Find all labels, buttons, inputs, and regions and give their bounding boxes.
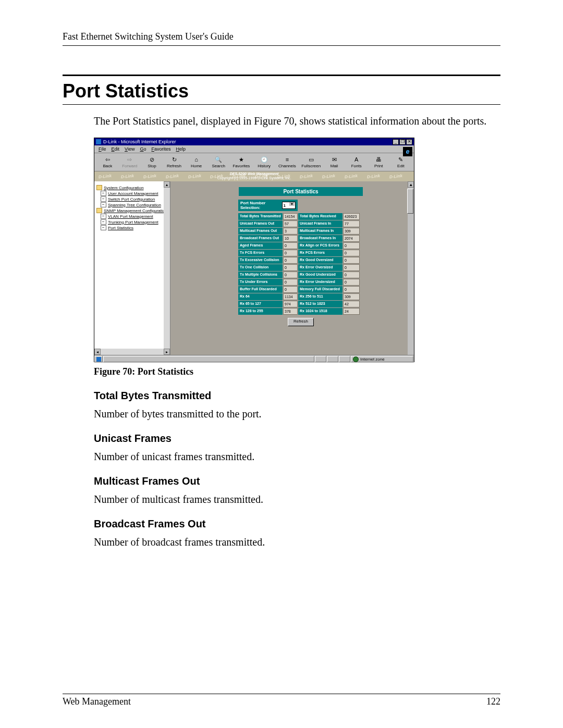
tool-label: Back — [103, 164, 112, 168]
tree-link[interactable]: Switch Port Configuration — [108, 197, 155, 202]
tree-link[interactable]: Spanning Tree Configuration — [108, 203, 161, 207]
scroll-right-button[interactable]: ▸ — [164, 349, 170, 355]
port-number-select[interactable]: 1 — [282, 202, 296, 209]
rule-thick — [63, 75, 500, 76]
tool-mail[interactable]: ✉Mail — [326, 156, 342, 168]
stat-value: 57 — [283, 220, 298, 227]
tree-link[interactable]: System Configuration — [104, 186, 143, 190]
stat-label: Rx Error Oversized — [298, 264, 342, 271]
menu-file[interactable]: File — [99, 146, 106, 152]
scroll-left-button[interactable]: ◂ — [94, 349, 101, 355]
menu-favorites[interactable]: Favorites — [151, 146, 170, 152]
main-scroll-thumb[interactable] — [407, 189, 413, 214]
page-icon — [101, 202, 106, 207]
term-heading: Unicast Frames — [94, 433, 500, 445]
tool-fullscreen[interactable]: ▭Fullscreen — [302, 156, 320, 168]
stat-value: 0 — [283, 272, 298, 278]
tool-label: Edit — [397, 164, 405, 168]
running-head: Fast Ethernet Switching System User's Gu… — [63, 31, 500, 46]
menu-help[interactable]: Help — [176, 146, 186, 152]
tree-item[interactable]: VLAN Port Management — [101, 214, 168, 219]
stat-value: 0 — [343, 264, 360, 271]
close-button[interactable]: ✕ — [406, 139, 412, 145]
footer-rule — [63, 694, 500, 694]
tool-label: Favorites — [232, 164, 250, 168]
term-description: Number of multicast frames transmitted. — [94, 492, 500, 507]
tool-label: Stop — [148, 164, 156, 168]
folder-icon — [96, 185, 102, 190]
tool-back[interactable]: ⇦Back — [100, 156, 116, 168]
term-heading: Multicast Frames Out — [94, 475, 500, 487]
term-heading: Broadcast Frames Out — [94, 518, 500, 530]
section-title: Port Statistics — [63, 80, 500, 102]
stat-label: Unicast Frames Out — [238, 220, 283, 227]
mail-icon: ✉ — [331, 156, 338, 163]
tree-item[interactable]: User Account Management — [101, 191, 168, 196]
vscroll-track[interactable] — [164, 188, 170, 349]
stat-label: Broadcast Frames In — [298, 235, 342, 242]
stat-value: 426023 — [343, 213, 360, 220]
refresh-button[interactable]: Refresh — [288, 318, 314, 326]
stat-value: 0 — [283, 264, 298, 271]
globe-icon — [353, 356, 359, 362]
brand-watermark: D-Link — [143, 174, 156, 180]
tool-label: Search — [212, 164, 225, 168]
tree-link[interactable]: VLAN Port Management — [108, 214, 153, 219]
stat-value: 0 — [343, 279, 360, 286]
menu-view[interactable]: View — [125, 146, 134, 152]
tree-item[interactable]: SNMP Management Configuration — [96, 208, 168, 213]
stat-label: Rx 64 — [238, 293, 283, 300]
tree-item[interactable]: Port Statistics — [101, 225, 168, 230]
tool-stop[interactable]: ⊘Stop — [144, 156, 160, 168]
tree-item[interactable]: Spanning Tree Configuration — [101, 202, 168, 207]
tree-link[interactable]: SNMP Management Configuration — [104, 208, 167, 213]
stat-value: 974 — [283, 301, 298, 307]
menu-edit[interactable]: Edit — [112, 146, 120, 152]
stat-label: Broadcast Frames Out — [238, 235, 283, 242]
status-cell — [327, 356, 338, 362]
favorites-icon: ★ — [238, 156, 245, 163]
hscroll-track[interactable] — [101, 349, 164, 355]
brand-watermark: D-Link — [120, 174, 134, 180]
tree-item[interactable]: Trunking Port Management — [101, 219, 168, 225]
tree-link[interactable]: Port Statistics — [108, 226, 133, 230]
tree-link[interactable]: User Account Management — [108, 191, 158, 196]
tool-refresh[interactable]: ↻Refresh — [166, 156, 182, 168]
maximize-button[interactable]: ❐ — [399, 139, 406, 145]
stat-label: Multicast Frames Out — [238, 228, 283, 235]
channels-icon: ≡ — [284, 156, 291, 163]
menubar: FileEditViewGoFavoritesHelp — [94, 145, 414, 153]
menu-go[interactable]: Go — [140, 146, 146, 152]
stat-value: 0 — [343, 257, 360, 264]
brand-watermark: D-Link — [389, 174, 402, 180]
back-icon: ⇦ — [104, 156, 111, 163]
main-scroll-up[interactable]: ▴ — [408, 181, 414, 188]
tool-edit[interactable]: ✎Edit — [393, 156, 409, 168]
stat-label: Rx Align or FCS Errors — [298, 242, 342, 249]
tool-search[interactable]: 🔍Search — [211, 156, 227, 168]
edit-icon: ✎ — [397, 156, 405, 163]
tool-channels[interactable]: ≡Channels — [278, 156, 296, 168]
page-icon — [101, 214, 106, 219]
tool-home[interactable]: ⌂Home — [188, 156, 204, 168]
tool-label: Channels — [278, 164, 296, 168]
tree-item[interactable]: Switch Port Configuration — [101, 196, 168, 202]
document-page: Fast Ethernet Switching System User's Gu… — [0, 0, 563, 728]
stat-label: Rx 1024 to 1518 — [298, 308, 342, 315]
minimize-button[interactable]: _ — [393, 139, 399, 145]
tree-link[interactable]: Trunking Port Management — [108, 220, 158, 225]
fullscreen-icon: ▭ — [308, 156, 315, 163]
window-titlebar: D-Link - Microsoft Internet Explorer _ ❐… — [94, 138, 414, 145]
tool-favorites[interactable]: ★Favorites — [232, 156, 250, 168]
port-statistics-panel: Port Statistics Port Number Selection: 1… — [238, 187, 363, 326]
stat-value: 0 — [283, 286, 298, 293]
tool-fonts[interactable]: AFonts — [348, 156, 364, 168]
rule-thin — [63, 104, 500, 105]
scroll-up-button[interactable]: ▴ — [164, 181, 170, 188]
tool-print[interactable]: 🖶Print — [371, 156, 387, 168]
security-zone: Internet zone — [351, 356, 413, 362]
banner-line2: Copyright (c) 1995-1999 D-Link Systems, … — [217, 176, 291, 180]
ie-small-icon — [96, 357, 101, 362]
tree-item[interactable]: System Configuration — [96, 185, 168, 190]
tool-history[interactable]: 🕘History — [256, 156, 272, 168]
